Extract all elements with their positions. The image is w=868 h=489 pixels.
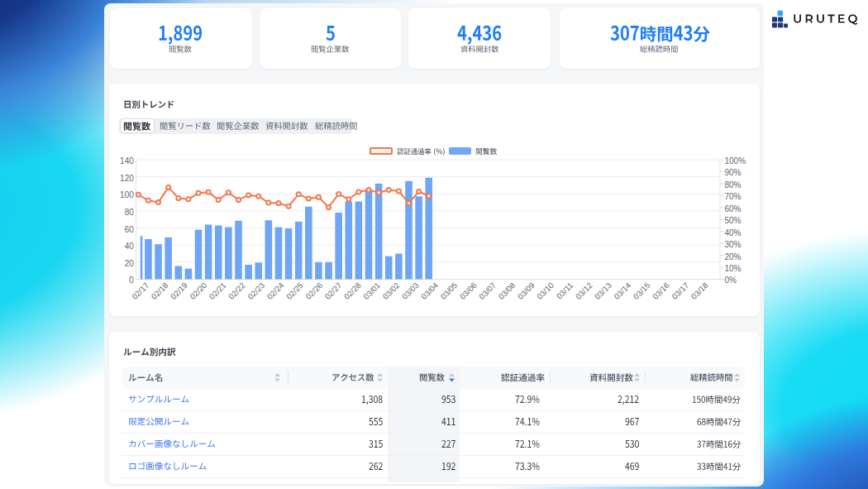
svg-text:02/18: 02/18: [150, 280, 170, 301]
svg-text:03/06: 03/06: [458, 280, 479, 301]
svg-text:20: 20: [125, 259, 135, 268]
svg-text:03/01: 03/01: [361, 280, 382, 301]
svg-text:100%: 100%: [725, 156, 746, 165]
svg-text:03/11: 03/11: [555, 280, 575, 300]
svg-text:03/14: 03/14: [612, 280, 632, 301]
svg-text:10%: 10%: [725, 264, 742, 273]
svg-text:03/15: 03/15: [632, 280, 652, 301]
svg-text:02/19: 02/19: [169, 280, 189, 301]
svg-text:80: 80: [125, 208, 135, 217]
svg-text:30%: 30%: [725, 240, 742, 249]
svg-text:03/03: 03/03: [400, 280, 421, 301]
svg-text:02/23: 02/23: [246, 280, 266, 301]
svg-text:02/27: 02/27: [323, 280, 344, 301]
svg-text:03/04: 03/04: [419, 280, 440, 301]
svg-text:50%: 50%: [725, 216, 742, 225]
svg-text:02/22: 02/22: [227, 280, 247, 301]
svg-text:20%: 20%: [725, 252, 742, 261]
svg-text:120: 120: [120, 174, 134, 183]
svg-text:02/24: 02/24: [265, 280, 286, 301]
svg-text:40%: 40%: [725, 228, 742, 237]
svg-text:03/08: 03/08: [497, 280, 517, 301]
svg-text:40: 40: [125, 242, 135, 251]
svg-text:60%: 60%: [725, 204, 742, 213]
svg-text:03/02: 03/02: [381, 280, 402, 301]
svg-text:03/10: 03/10: [535, 280, 556, 301]
svg-text:03/09: 03/09: [516, 280, 537, 301]
svg-text:0: 0: [129, 276, 134, 285]
svg-text:02/20: 02/20: [188, 280, 208, 301]
svg-text:02/21: 02/21: [207, 280, 228, 301]
svg-text:03/07: 03/07: [477, 280, 498, 301]
svg-text:0%: 0%: [725, 276, 737, 285]
svg-text:100: 100: [120, 190, 134, 199]
svg-text:02/26: 02/26: [303, 280, 324, 301]
svg-text:03/16: 03/16: [651, 280, 671, 301]
svg-text:03/17: 03/17: [670, 280, 690, 301]
svg-text:02/28: 02/28: [342, 280, 363, 301]
svg-text:03/18: 03/18: [689, 280, 710, 301]
svg-text:03/12: 03/12: [574, 280, 594, 301]
svg-text:70%: 70%: [725, 192, 742, 201]
svg-text:60: 60: [125, 225, 135, 234]
svg-text:03/05: 03/05: [439, 280, 460, 301]
svg-text:90%: 90%: [725, 168, 742, 177]
svg-text:03/13: 03/13: [593, 280, 613, 301]
svg-text:02/25: 02/25: [284, 280, 305, 301]
svg-text:140: 140: [120, 156, 134, 165]
svg-text:80%: 80%: [725, 180, 742, 189]
